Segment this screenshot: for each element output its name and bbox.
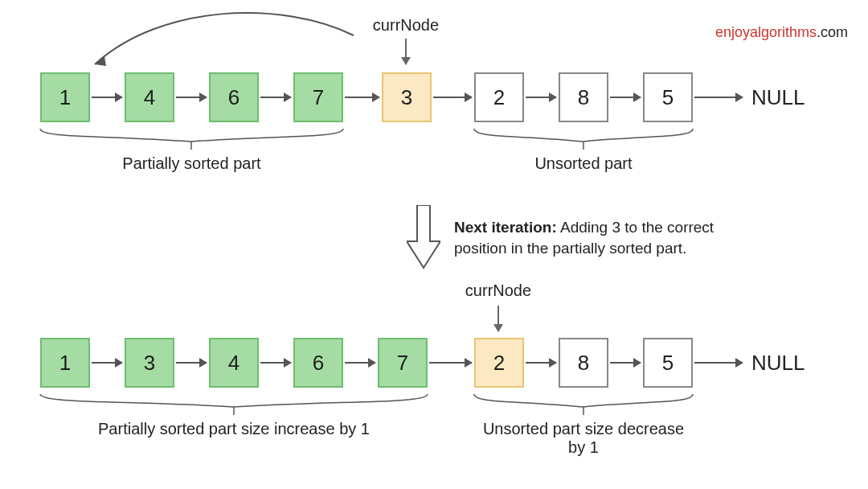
- next-pointer-icon: [610, 362, 641, 364]
- node-value: 7: [397, 351, 408, 376]
- next-pointer-icon: [694, 97, 743, 98]
- node-value: 5: [662, 351, 674, 376]
- list-node: 7: [378, 338, 428, 388]
- list-node: 1: [40, 72, 90, 122]
- next-pointer-icon: [433, 97, 472, 98]
- node-value: 1: [59, 85, 71, 110]
- next-pointer-icon: [345, 97, 379, 98]
- sorted-caption: Partially sorted part: [40, 154, 343, 173]
- stage-after: currNode 1 3 4 6 7 2 8 5 NULL Partially …: [0, 290, 868, 466]
- next-pointer-icon: [429, 362, 472, 364]
- list-node: 1: [40, 338, 90, 388]
- null-label: NULL: [751, 85, 805, 110]
- next-pointer-icon: [92, 362, 122, 364]
- brace-sorted: [40, 129, 343, 153]
- node-value: 6: [313, 351, 324, 376]
- node-value: 4: [228, 351, 240, 376]
- unsorted-caption: Unsorted part: [474, 154, 693, 173]
- list-node-current: 2: [474, 338, 524, 388]
- currnode-label: currNode: [450, 281, 547, 300]
- list-node: 7: [293, 72, 343, 122]
- currnode-pointer-arrow: [497, 306, 499, 331]
- transition-text: Next iteration: Adding 3 to the correct …: [454, 217, 751, 258]
- svg-marker-0: [95, 56, 106, 66]
- null-label: NULL: [751, 351, 805, 376]
- next-pointer-icon: [526, 97, 556, 98]
- stage-before: currNode 1 4 6 7 3 2 8 5 NULL Partially …: [0, 16, 868, 193]
- node-value: 3: [401, 85, 412, 110]
- node-value: 3: [144, 351, 155, 376]
- node-value: 8: [578, 351, 589, 376]
- next-pointer-icon: [92, 97, 122, 98]
- node-value: 8: [578, 85, 589, 110]
- sorted-caption: Partially sorted part size increase by 1: [40, 420, 428, 438]
- node-value: 1: [59, 351, 71, 376]
- next-pointer-icon: [260, 362, 291, 364]
- brace-unsorted: [474, 129, 693, 153]
- unsorted-caption: Unsorted part size decrease by 1: [474, 420, 693, 457]
- insertion-curve-arrow: [0, 16, 434, 80]
- node-value: 2: [493, 85, 505, 110]
- next-pointer-icon: [526, 362, 556, 364]
- list-node: 2: [474, 72, 524, 122]
- list-node: 6: [209, 72, 259, 122]
- list-node: 5: [643, 338, 693, 388]
- node-value: 4: [144, 85, 155, 110]
- next-pointer-icon: [176, 362, 207, 364]
- list-node-current: 3: [382, 72, 432, 122]
- list-node: 6: [293, 338, 343, 388]
- next-pointer-icon: [260, 97, 291, 98]
- transition-heading: Next iteration:: [454, 219, 557, 236]
- list-node: 8: [559, 338, 608, 388]
- node-value: 7: [313, 85, 324, 110]
- brace-sorted: [40, 394, 428, 418]
- list-node: 4: [125, 72, 174, 122]
- list-node: 8: [559, 72, 608, 122]
- transition-arrow-icon: [407, 205, 440, 271]
- node-value: 5: [662, 85, 674, 110]
- list-node: 5: [643, 72, 693, 122]
- list-node: 3: [125, 338, 174, 388]
- list-node: 4: [209, 338, 259, 388]
- node-value: 6: [228, 85, 240, 110]
- brace-unsorted: [474, 394, 693, 418]
- next-pointer-icon: [176, 97, 207, 98]
- next-pointer-icon: [345, 362, 375, 364]
- node-value: 2: [493, 351, 505, 376]
- next-pointer-icon: [694, 362, 743, 364]
- next-pointer-icon: [610, 97, 641, 98]
